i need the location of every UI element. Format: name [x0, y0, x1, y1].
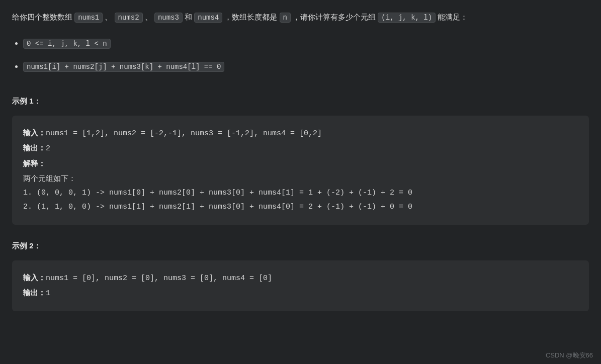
example2-title: 示例 2：: [12, 239, 589, 252]
code-nums2: nums2: [115, 13, 143, 23]
input-label: 输入：: [23, 273, 46, 282]
code-tuple: (i, j, k, l): [378, 13, 436, 23]
desc-text: 给你四个整数数组: [12, 13, 74, 21]
code-nums1: nums1: [74, 13, 103, 23]
example-input-line: 输入：nums1 = [1,2], nums2 = [-2,-1], nums3…: [23, 126, 578, 141]
watermark: CSDN @晚安66: [546, 349, 593, 361]
desc-text: 、: [105, 13, 112, 21]
constraint-code: 0 <= i, j, k, l < n: [23, 39, 111, 49]
code-n: n: [280, 13, 291, 23]
input-value: nums1 = [0], nums2 = [0], nums3 = [0], n…: [46, 274, 272, 283]
example1-block: 输入：nums1 = [1,2], nums2 = [-2,-1], nums3…: [12, 116, 589, 225]
example1-title: 示例 1：: [12, 94, 589, 108]
desc-text: 能满足：: [438, 13, 468, 21]
output-value: 2: [46, 144, 50, 153]
desc-text: ，数组长度都是: [224, 13, 279, 21]
example-explain-line: 解释：: [23, 156, 578, 172]
input-value: nums1 = [1,2], nums2 = [-2,-1], nums3 = …: [46, 129, 322, 138]
constraint-item: nums1[i] + nums2[j] + nums3[k] + nums4[l…: [23, 59, 589, 73]
constraint-list: 0 <= i, j, k, l < n nums1[i] + nums2[j] …: [23, 36, 589, 73]
example-output-line: 输出：1: [23, 286, 578, 301]
desc-text: 、: [145, 13, 152, 21]
output-label: 输出：: [23, 288, 46, 297]
output-value: 1: [46, 289, 50, 298]
example-explain-text: 两个元组如下：: [23, 171, 578, 186]
example-output-line: 输出：2: [23, 141, 578, 156]
input-label: 输入：: [23, 128, 46, 137]
example2-block: 输入：nums1 = [0], nums2 = [0], nums3 = [0]…: [12, 260, 589, 311]
example-detail-line: 1. (0, 0, 0, 1) -> nums1[0] + nums2[0] +…: [23, 186, 578, 201]
code-nums4: nums4: [194, 13, 222, 23]
constraint-code: nums1[i] + nums2[j] + nums3[k] + nums4[l…: [23, 62, 224, 72]
explain-label: 解释：: [23, 159, 46, 167]
desc-text: 和: [185, 13, 194, 21]
example-detail-line: 2. (1, 1, 0, 0) -> nums1[1] + nums2[1] +…: [23, 200, 578, 215]
output-label: 输出：: [23, 143, 46, 152]
code-nums3: nums3: [154, 13, 183, 23]
desc-text: ，请你计算有多少个元组: [293, 13, 378, 21]
example-input-line: 输入：nums1 = [0], nums2 = [0], nums3 = [0]…: [23, 270, 578, 286]
constraint-item: 0 <= i, j, k, l < n: [23, 36, 589, 50]
problem-description: 给你四个整数数组 nums1 、 nums2 、 nums3 和 nums4 ，…: [12, 10, 589, 24]
